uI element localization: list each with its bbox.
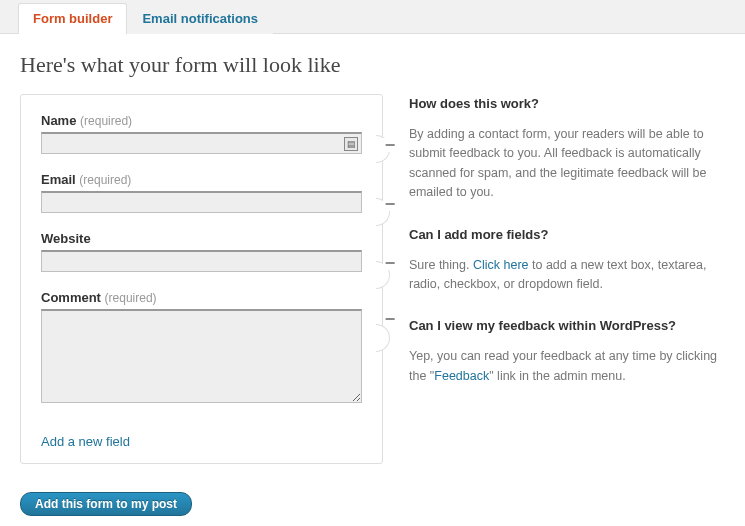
field-email: Email (required) −	[41, 172, 362, 213]
contacts-icon[interactable]: ▤	[344, 137, 358, 151]
field-name: Name (required) ▤ −	[41, 113, 362, 154]
remove-field-button[interactable]: −	[383, 312, 397, 326]
field-comment-label: Comment (required)	[41, 290, 157, 305]
field-email-label: Email (required)	[41, 172, 131, 187]
email-input[interactable]	[41, 191, 362, 213]
help-how-title: How does this work?	[409, 96, 725, 111]
remove-field-button[interactable]: −	[383, 138, 397, 152]
click-here-link[interactable]: Click here	[473, 258, 529, 272]
comment-textarea[interactable]	[41, 309, 362, 403]
help-more-body: Sure thing. Click here to add a new text…	[409, 256, 725, 295]
help-column: How does this work? By adding a contact …	[409, 94, 725, 464]
form-preview-panel: Name (required) ▤ − Email (required) − W…	[20, 94, 383, 464]
tab-form-builder[interactable]: Form builder	[18, 3, 127, 34]
field-name-label: Name (required)	[41, 113, 132, 128]
remove-field-button[interactable]: −	[383, 197, 397, 211]
add-new-field-link[interactable]: Add a new field	[41, 434, 130, 449]
name-input[interactable]	[41, 132, 362, 154]
tabs: Form builder Email notifications	[0, 0, 745, 33]
field-website: Website −	[41, 231, 362, 272]
help-how-body: By adding a contact form, your readers w…	[409, 125, 725, 203]
help-view-body: Yep, you can read your feedback at any t…	[409, 347, 725, 386]
field-website-label: Website	[41, 231, 91, 246]
help-more-title: Can I add more fields?	[409, 227, 725, 242]
footer: Add this form to my post	[0, 482, 745, 526]
add-form-button[interactable]: Add this form to my post	[20, 492, 192, 516]
feedback-link[interactable]: Feedback	[434, 369, 489, 383]
page-title: Here's what your form will look like	[0, 34, 745, 94]
tab-email-notifications[interactable]: Email notifications	[127, 3, 273, 34]
field-comment: Comment (required) −	[41, 290, 362, 406]
help-view-title: Can I view my feedback within WordPress?	[409, 318, 725, 333]
website-input[interactable]	[41, 250, 362, 272]
remove-field-button[interactable]: −	[383, 256, 397, 270]
